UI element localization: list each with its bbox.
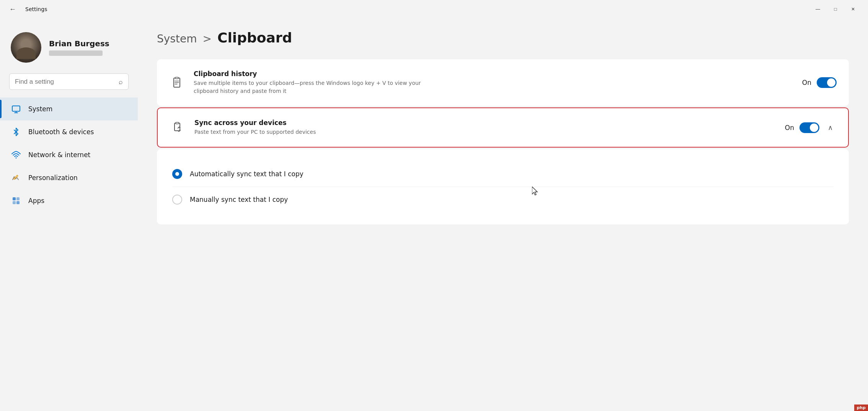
content-area: System > Clipboard Clipboard history	[138, 18, 868, 411]
php-badge: php	[854, 405, 868, 411]
avatar	[11, 32, 41, 63]
system-icon	[11, 104, 21, 114]
network-icon	[11, 149, 21, 160]
clipboard-history-toggle[interactable]	[817, 77, 837, 88]
clipboard-history-row: Clipboard history Save multiple items to…	[157, 59, 849, 106]
sync-devices-expand-button[interactable]: ∧	[825, 122, 836, 133]
auto-sync-option[interactable]: Automatically sync text that I copy	[172, 161, 834, 187]
page-header: System > Clipboard	[157, 30, 849, 45]
window-controls: — □ ✕	[809, 3, 862, 15]
clipboard-history-desc: Save multiple items to your clipboard—pr…	[194, 79, 431, 95]
svg-rect-3	[16, 197, 20, 200]
close-button[interactable]: ✕	[844, 3, 862, 15]
sidebar-item-apps-label: Apps	[28, 197, 44, 205]
sidebar-item-system-label: System	[28, 105, 52, 113]
page-title: Clipboard	[217, 30, 292, 45]
auto-sync-radio[interactable]	[172, 169, 182, 179]
sync-devices-title: Sync across your devices	[194, 119, 776, 127]
personalization-icon	[11, 172, 21, 183]
svg-point-1	[16, 158, 17, 159]
sidebar-item-personalization-label: Personalization	[28, 174, 78, 182]
clipboard-history-icon	[169, 75, 184, 90]
auto-sync-label: Automatically sync text that I copy	[190, 170, 303, 178]
svg-rect-4	[13, 201, 16, 204]
user-profile: Brian Burgess	[0, 26, 138, 73]
sync-options-card: Automatically sync text that I copy Manu…	[157, 149, 849, 224]
sync-devices-desc: Paste text from your PC to supported dev…	[194, 128, 432, 136]
svg-rect-2	[13, 197, 16, 200]
sync-devices-toggle-knob	[810, 123, 818, 132]
clipboard-history-control: On	[802, 77, 837, 88]
manual-sync-radio[interactable]	[172, 195, 182, 205]
sync-devices-state: On	[785, 124, 794, 132]
sidebar-item-bluetooth[interactable]: Bluetooth & devices	[0, 120, 138, 143]
clipboard-history-state: On	[802, 79, 811, 86]
manual-sync-label: Manually sync text that I copy	[190, 196, 288, 203]
window-title: Settings	[25, 6, 47, 12]
sidebar: Brian Burgess ⌕ System	[0, 18, 138, 411]
sync-devices-card: Sync across your devices Paste text from…	[157, 107, 849, 148]
svg-rect-0	[12, 106, 20, 111]
nav-list: System Bluetooth & devices	[0, 97, 138, 212]
app-container: Brian Burgess ⌕ System	[0, 18, 868, 411]
minimize-button[interactable]: —	[809, 3, 827, 15]
user-email	[49, 50, 103, 56]
clipboard-history-text: Clipboard history Save multiple items to…	[194, 70, 793, 95]
svg-rect-7	[175, 77, 178, 79]
sync-devices-toggle[interactable]	[799, 122, 819, 133]
user-name: Brian Burgess	[49, 39, 109, 48]
search-input[interactable]	[15, 78, 114, 86]
clipboard-history-title: Clipboard history	[194, 70, 793, 78]
breadcrumb-separator: >	[203, 32, 212, 45]
manual-sync-option[interactable]: Manually sync text that I copy	[172, 187, 834, 212]
sync-devices-row: Sync across your devices Paste text from…	[158, 108, 848, 147]
bluetooth-icon	[11, 127, 21, 137]
sidebar-item-system[interactable]: System	[0, 97, 138, 120]
back-button[interactable]: ←	[6, 4, 19, 15]
sidebar-item-bluetooth-label: Bluetooth & devices	[28, 128, 94, 136]
maximize-button[interactable]: □	[827, 3, 844, 15]
svg-rect-12	[176, 122, 179, 124]
svg-rect-5	[16, 201, 20, 204]
sidebar-item-network[interactable]: Network & internet	[0, 143, 138, 166]
sync-devices-control: On ∧	[785, 122, 836, 133]
clipboard-history-toggle-knob	[827, 78, 835, 87]
sidebar-item-personalization[interactable]: Personalization	[0, 166, 138, 189]
sync-devices-text: Sync across your devices Paste text from…	[194, 119, 776, 136]
avatar-image	[11, 32, 41, 63]
title-bar-left: ← Settings	[6, 4, 47, 15]
breadcrumb-parent: System	[157, 32, 197, 45]
sidebar-item-apps[interactable]: Apps	[0, 189, 138, 212]
sidebar-item-network-label: Network & internet	[28, 151, 90, 159]
user-info: Brian Burgess	[49, 39, 109, 56]
search-icon: ⌕	[119, 78, 123, 86]
clipboard-history-card: Clipboard history Save multiple items to…	[157, 59, 849, 106]
sync-devices-icon	[170, 120, 185, 135]
search-box[interactable]: ⌕	[9, 73, 129, 90]
title-bar: ← Settings — □ ✕	[0, 0, 868, 18]
apps-icon	[11, 195, 21, 206]
